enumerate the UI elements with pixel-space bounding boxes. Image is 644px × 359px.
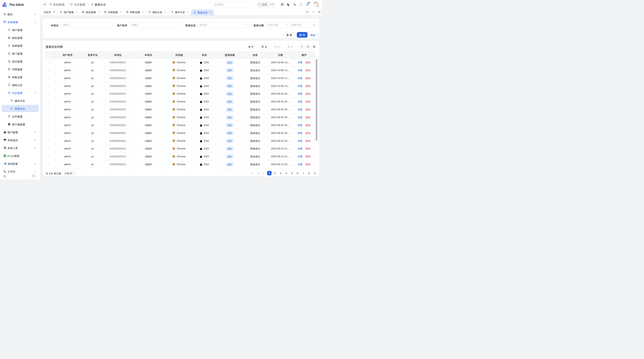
- svg-text:DEV: DEV: [8, 92, 10, 93]
- svg-text:DEV: DEV: [71, 4, 72, 5]
